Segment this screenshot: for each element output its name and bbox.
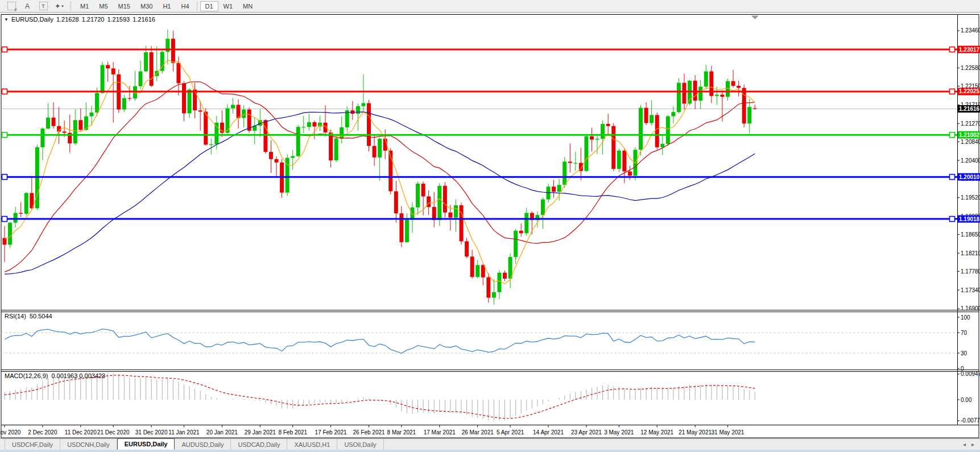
svg-text:23 Nov 2020: 23 Nov 2020	[0, 429, 21, 436]
chart-tab-xauusd[interactable]: XAUUSD,H1	[287, 439, 337, 450]
svg-text:1.21270: 1.21270	[961, 121, 980, 127]
chart-tab-eurusd[interactable]: EURUSD,Daily	[117, 438, 175, 450]
svg-text:21 May 2021: 21 May 2021	[679, 429, 712, 436]
svg-text:20 Jan 2021: 20 Jan 2021	[206, 429, 238, 436]
chart-tab-usoil[interactable]: USOil,Daily	[337, 439, 383, 450]
timeframe-button-mn[interactable]: MN	[238, 1, 258, 11]
collapse-arrow-icon[interactable]: ▼	[4, 17, 9, 22]
svg-text:1.21002: 1.21002	[959, 132, 980, 138]
svg-text:26 Mar 2021: 26 Mar 2021	[462, 429, 494, 436]
chart-window: 1.234601.230201.225801.221501.217101.212…	[0, 14, 980, 441]
svg-text:1.22580: 1.22580	[961, 65, 980, 71]
svg-text:2 Dec 2020: 2 Dec 2020	[28, 429, 57, 436]
cursor-arrows-icon[interactable]: ✦▾	[52, 1, 66, 11]
svg-text:1.18210: 1.18210	[961, 250, 980, 256]
hline-anchor[interactable]	[950, 217, 955, 222]
hline-anchor[interactable]	[2, 175, 7, 180]
svg-text:17 Mar 2021: 17 Mar 2021	[424, 429, 456, 436]
macd-values: 0.001963 0.003423	[51, 372, 105, 379]
dropdown-caret-icon: ▾	[61, 4, 64, 9]
svg-text:14 Apr 2021: 14 Apr 2021	[533, 429, 564, 436]
svg-text:29 Jan 2021: 29 Jan 2021	[245, 429, 276, 436]
svg-text:1.23017: 1.23017	[959, 47, 980, 53]
macd-name: MACD(12,26,9)	[5, 372, 48, 379]
svg-text:-0.00777: -0.00777	[961, 417, 980, 424]
timeframe-button-h4[interactable]: H4	[176, 1, 194, 11]
chart-frame	[1, 15, 979, 438]
hline-anchor[interactable]	[2, 132, 7, 138]
svg-text:1.16900: 1.16900	[961, 305, 980, 312]
tab-scroll-right-icon[interactable]: ▸	[971, 441, 974, 447]
svg-text:1.20840: 1.20840	[961, 139, 980, 145]
svg-text:1.18650: 1.18650	[961, 231, 980, 238]
hline-anchor[interactable]	[950, 47, 955, 52]
symbol-title: EURUSD,Daily	[11, 16, 53, 23]
hline-anchor[interactable]	[2, 217, 7, 222]
font-glyph: A	[25, 2, 30, 10]
svg-text:5 Apr 2021: 5 Apr 2021	[497, 429, 524, 436]
cursor-glyph: ✦	[55, 2, 60, 10]
svg-text:31 Dec 2020: 31 Dec 2020	[135, 429, 168, 436]
svg-text:1.20010: 1.20010	[959, 174, 980, 180]
tab-scroll-left-icon[interactable]: ◂	[963, 441, 966, 447]
hline-anchor[interactable]	[950, 89, 955, 94]
timeframe-button-m15[interactable]: M15	[113, 1, 135, 11]
svg-text:30: 30	[961, 350, 967, 356]
svg-text:100: 100	[961, 314, 970, 321]
symbol-quote-line: ▼ EURUSD,Daily 1.21628 1.21720 1.21593 1…	[4, 16, 155, 23]
timeframe-button-m30[interactable]: M30	[135, 1, 158, 11]
hline-anchor[interactable]	[950, 132, 955, 138]
hline-anchor[interactable]	[2, 47, 7, 52]
quote-high: 1.21720	[82, 16, 105, 23]
svg-text:31 May 2021: 31 May 2021	[712, 429, 745, 436]
svg-text:26 Feb 2021: 26 Feb 2021	[353, 429, 385, 436]
timeframe-button-m1[interactable]: M1	[75, 1, 94, 11]
toolbar-separator	[197, 2, 198, 11]
svg-text:12 May 2021: 12 May 2021	[640, 429, 673, 436]
grid-f-icon[interactable]: F	[5, 1, 18, 11]
text-box-icon[interactable]: T	[36, 1, 50, 11]
quote-low: 1.21593	[107, 16, 130, 23]
tab-nav: ◂▸	[963, 439, 980, 450]
svg-text:0.00: 0.00	[961, 397, 972, 403]
svg-text:1.21616: 1.21616	[959, 106, 980, 112]
hline-anchor[interactable]	[950, 175, 955, 180]
svg-text:1.23460: 1.23460	[961, 27, 980, 34]
svg-text:1.19018: 1.19018	[959, 216, 980, 222]
svg-text:8 Feb 2021: 8 Feb 2021	[278, 429, 307, 436]
rsi-name: RSI(14)	[5, 313, 26, 320]
rsi-value: 50.5044	[30, 313, 52, 320]
timeframe-button-d1[interactable]: D1	[200, 1, 218, 11]
svg-text:70: 70	[961, 330, 967, 336]
chart-tab-usdchf[interactable]: USDCHF,Daily	[5, 439, 60, 450]
toolbar-separator	[71, 2, 72, 11]
timeframe-button-w1[interactable]: W1	[218, 1, 238, 11]
rsi-indicator-label: RSI(14) 50.5044	[5, 313, 52, 320]
symbol-tabbar: USDCHF,DailyUSDCNH,DailyEURUSD,DailyAUDU…	[0, 438, 980, 450]
svg-text:1.20400: 1.20400	[961, 157, 980, 164]
quote-open: 1.21628	[56, 16, 79, 23]
text-glyph: T	[39, 2, 48, 10]
chart-canvas[interactable]: 1.234601.230201.225801.221501.217101.212…	[0, 14, 980, 441]
timeframe-button-m5[interactable]: M5	[94, 1, 113, 11]
svg-text:8 Mar 2021: 8 Mar 2021	[387, 429, 416, 436]
chart-tab-usdcad[interactable]: USDCAD,Daily	[231, 439, 287, 450]
svg-text:0.009478: 0.009478	[961, 371, 980, 377]
svg-text:23 Apr 2021: 23 Apr 2021	[571, 429, 602, 436]
font-icon[interactable]: A	[20, 1, 34, 11]
svg-text:11 Jan 2021: 11 Jan 2021	[168, 429, 200, 436]
svg-text:1.17340: 1.17340	[961, 287, 980, 293]
chart-tab-audusd[interactable]: AUDUSD,Daily	[175, 439, 231, 450]
svg-text:17 Feb 2021: 17 Feb 2021	[315, 429, 348, 436]
svg-text:11 Dec 2020: 11 Dec 2020	[65, 429, 97, 436]
svg-text:1.17780: 1.17780	[961, 268, 980, 275]
chart-tab-usdcnh[interactable]: USDCNH,Daily	[60, 439, 117, 450]
macd-indicator-label: MACD(12,26,9) 0.001963 0.003423	[5, 372, 105, 379]
top-toolbar: FAT✦▾M1M5M15M30H1H4D1W1MN	[0, 0, 980, 13]
svg-text:1.19520: 1.19520	[961, 194, 980, 201]
timeframe-button-h1[interactable]: H1	[158, 1, 176, 11]
bottom-status-strip	[0, 450, 980, 452]
quote-close: 1.21616	[133, 16, 155, 23]
svg-text:3 May 2021: 3 May 2021	[604, 429, 634, 436]
hline-anchor[interactable]	[2, 89, 7, 94]
